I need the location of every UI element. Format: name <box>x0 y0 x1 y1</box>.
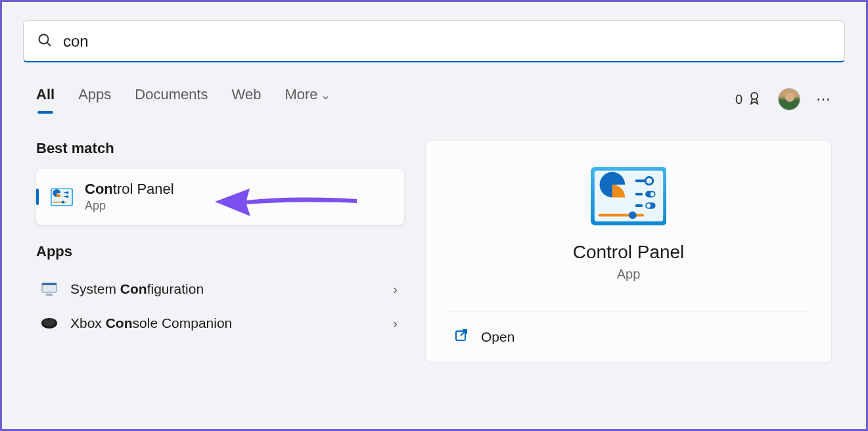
svg-point-27 <box>628 212 636 219</box>
svg-point-15 <box>43 319 55 327</box>
xbox-icon <box>40 315 58 331</box>
control-panel-icon-large <box>591 167 667 226</box>
rewards-count: 0 <box>735 92 742 107</box>
open-label: Open <box>481 329 514 345</box>
svg-line-1 <box>47 42 51 46</box>
tab-more[interactable]: More⌄ <box>285 86 330 112</box>
svg-rect-13 <box>46 294 53 296</box>
preview-subtitle: App <box>617 267 641 282</box>
svg-point-7 <box>66 195 69 198</box>
chevron-right-icon: › <box>393 316 398 331</box>
tab-documents[interactable]: Documents <box>135 86 208 112</box>
svg-rect-8 <box>64 196 66 197</box>
svg-point-10 <box>62 200 64 203</box>
result-label: System Configuration <box>70 281 204 297</box>
control-panel-icon <box>51 188 73 206</box>
apps-header: Apps <box>36 243 404 260</box>
svg-point-5 <box>66 191 69 194</box>
svg-point-21 <box>650 192 654 196</box>
best-match-result[interactable]: Control Panel App <box>36 169 404 225</box>
svg-point-24 <box>646 204 650 208</box>
open-action[interactable]: Open <box>449 311 808 362</box>
svg-rect-12 <box>42 283 57 285</box>
search-icon <box>37 32 53 51</box>
filter-tabs: All Apps Documents Web More⌄ 0 ⋯ <box>23 86 845 112</box>
tab-web[interactable]: Web <box>232 86 262 112</box>
chevron-down-icon: ⌄ <box>321 89 331 102</box>
system-configuration-icon <box>40 281 58 297</box>
best-match-header: Best match <box>36 140 404 157</box>
tab-apps[interactable]: Apps <box>78 86 111 112</box>
medal-icon <box>746 90 762 109</box>
svg-rect-6 <box>64 192 66 193</box>
chevron-right-icon: › <box>393 282 398 297</box>
more-options-button[interactable]: ⋯ <box>816 91 832 108</box>
svg-rect-22 <box>635 193 643 196</box>
best-match-title: Control Panel <box>85 181 174 198</box>
result-label: Xbox Console Companion <box>70 315 232 331</box>
annotation-arrow-icon <box>214 181 358 220</box>
open-external-icon <box>453 327 469 346</box>
result-system-configuration[interactable]: System Configuration › <box>36 272 404 306</box>
result-xbox-console-companion[interactable]: Xbox Console Companion › <box>36 306 404 340</box>
search-bar[interactable] <box>23 20 845 62</box>
preview-pane: Control Panel App Open <box>425 140 832 363</box>
user-avatar[interactable] <box>778 88 800 110</box>
best-match-subtitle: App <box>85 199 174 213</box>
svg-rect-25 <box>635 204 643 207</box>
svg-rect-26 <box>598 214 644 217</box>
svg-point-2 <box>751 93 758 99</box>
rewards-badge[interactable]: 0 <box>735 90 762 109</box>
tab-all[interactable]: All <box>36 86 55 112</box>
svg-rect-19 <box>635 179 645 182</box>
preview-title: Control Panel <box>573 242 685 263</box>
svg-point-0 <box>39 34 49 43</box>
search-input[interactable] <box>63 32 831 51</box>
